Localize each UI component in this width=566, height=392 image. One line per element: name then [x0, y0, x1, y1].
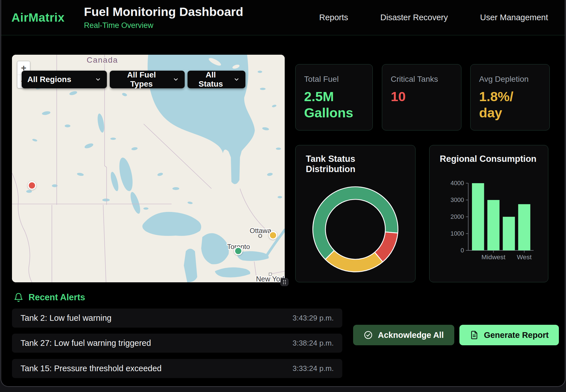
tank-marker[interactable] — [28, 181, 36, 190]
nav-item-disaster-recovery[interactable]: Disaster Recovery — [380, 13, 448, 22]
alert-row: Tank 15: Pressure threshold exceeded 3:3… — [12, 359, 342, 378]
stat-value: 10 — [391, 88, 453, 105]
grip-dots-icon — [282, 279, 287, 285]
page-subtitle: Real-Time Overview — [84, 21, 243, 30]
donut-chart — [306, 182, 405, 277]
page-title: Fuel Monitoring Dashboard — [84, 5, 243, 19]
alerts-title: Recent Alerts — [28, 292, 85, 303]
alert-row: Tank 27: Low fuel warning triggered 3:38… — [12, 334, 342, 353]
fuel-type-filter-label: All Fuel Types — [115, 70, 168, 89]
stat-card-total-fuel: Total Fuel 2.5MGallons — [295, 64, 373, 130]
acknowledge-all-button[interactable]: Acknowledge All — [353, 325, 454, 345]
bar-chart: 01000200030004000MidwestWest — [440, 165, 538, 271]
alert-time: 3:38:24 p.m. — [292, 339, 334, 348]
bar-chart-title: Regional Consumption — [440, 154, 538, 164]
stat-label: Total Fuel — [304, 75, 364, 84]
alert-message: Tank 27: Low fuel warning triggered — [21, 338, 151, 348]
region-filter-label: All Regions — [27, 75, 71, 84]
resize-grip-handle[interactable] — [280, 278, 288, 286]
header: AirMatrix Fuel Monitoring Dashboard Real… — [1, 0, 565, 35]
stat-label: Critical Tanks — [391, 75, 453, 84]
y-tick-label: 4000 — [451, 180, 464, 187]
alerts-header: Recent Alerts — [14, 292, 85, 303]
donut-chart-title: Tank Status Distribution — [306, 154, 405, 174]
bar-2 — [503, 217, 515, 250]
alert-row: Tank 2: Low fuel warning 3:43:29 p.m. — [12, 309, 342, 328]
fuel-type-filter-dropdown[interactable]: All Fuel Types — [110, 71, 185, 88]
nav-item-reports[interactable]: Reports — [319, 13, 348, 22]
tank-status-chart-card: Tank Status Distribution — [295, 145, 416, 282]
y-tick-label: 0 — [461, 247, 464, 254]
main-nav: Reports Disaster Recovery User Managemen… — [319, 13, 548, 22]
alert-time: 3:33:24 p.m. — [292, 364, 334, 373]
regional-consumption-chart-card: Regional Consumption 01000200030004000Mi… — [429, 145, 548, 282]
x-tick-label: Midwest — [481, 253, 506, 261]
alert-message: Tank 2: Low fuel warning — [21, 313, 111, 323]
y-tick-label: 3000 — [451, 197, 464, 203]
bar-1 — [487, 200, 500, 250]
y-tick-label: 1000 — [451, 230, 464, 237]
bar-0 — [472, 183, 484, 250]
report-file-icon — [470, 330, 479, 340]
stat-value: 1.8%/day — [479, 88, 541, 121]
x-tick-label: West — [517, 253, 532, 261]
marker-layer — [12, 55, 285, 282]
status-filter-label: All Status — [193, 70, 228, 89]
chevron-down-icon — [173, 76, 179, 83]
app-logo: AirMatrix — [11, 11, 65, 24]
tank-marker[interactable] — [234, 247, 243, 255]
stat-value: 2.5MGallons — [304, 88, 364, 121]
bar-chart-canvas: 01000200030004000MidwestWest — [440, 165, 538, 271]
tank-map[interactable]: Canada Ottawa Toronto New York + − All R… — [12, 55, 285, 282]
stat-label: Avg Depletion — [479, 75, 541, 84]
donut-segment-yellow — [325, 250, 383, 272]
generate-report-button[interactable]: Generate Report — [459, 325, 559, 345]
tank-marker[interactable] — [269, 231, 277, 240]
alert-message: Tank 15: Pressure threshold exceeded — [21, 364, 162, 373]
nav-item-user-management[interactable]: User Management — [480, 13, 548, 22]
stat-card-avg-depletion: Avg Depletion 1.8%/day — [470, 64, 550, 130]
region-filter-dropdown[interactable]: All Regions — [22, 71, 107, 88]
check-circle-icon — [364, 330, 373, 340]
alert-time: 3:43:29 p.m. — [292, 314, 334, 322]
chevron-down-icon — [233, 76, 240, 83]
donut-chart-canvas — [308, 182, 403, 277]
map-filter-bar: All Regions All Fuel Types All Status — [22, 71, 245, 88]
app-window: AirMatrix Fuel Monitoring Dashboard Real… — [1, 0, 565, 387]
acknowledge-all-label: Acknowledge All — [378, 330, 444, 340]
generate-report-label: Generate Report — [484, 330, 549, 340]
y-tick-label: 2000 — [451, 213, 464, 220]
bar-3 — [518, 204, 530, 250]
status-filter-dropdown[interactable]: All Status — [188, 71, 245, 88]
bell-icon — [14, 293, 23, 302]
title-block: Fuel Monitoring Dashboard Real-Time Over… — [84, 5, 243, 30]
stat-card-critical-tanks: Critical Tanks 10 — [382, 64, 461, 130]
chevron-down-icon — [95, 76, 101, 83]
